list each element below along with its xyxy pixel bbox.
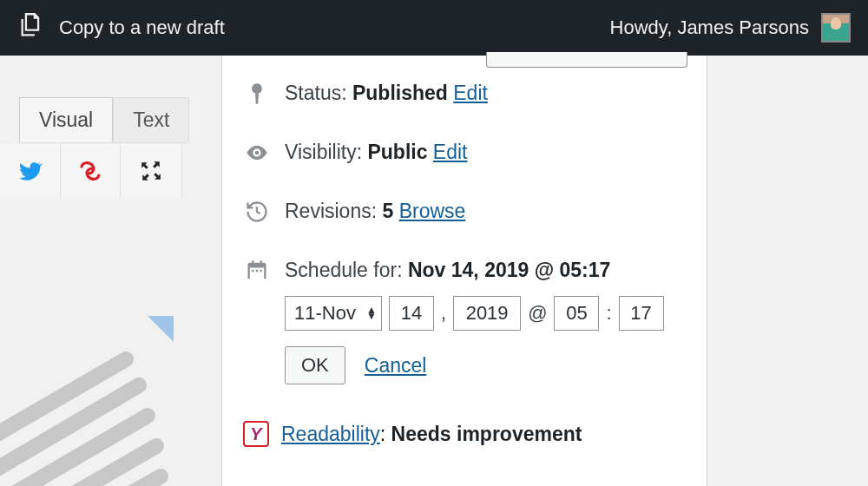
visibility-edit-link[interactable]: Edit — [433, 141, 468, 163]
schedule-year-input[interactable] — [453, 296, 521, 331]
history-icon — [243, 200, 271, 229]
preview-button-edge[interactable] — [486, 52, 687, 68]
editor-toolbar — [0, 144, 182, 198]
visibility-value: Public — [367, 141, 427, 163]
schedule-day-input[interactable] — [389, 296, 434, 331]
schedule-ok-button[interactable]: OK — [285, 346, 345, 384]
readability-link[interactable]: Readability — [281, 423, 380, 445]
readability-colon: : — [380, 423, 391, 445]
admin-bar-left: Copy to a new draft — [17, 10, 225, 45]
revisions-row: Revisions: 5 Browse — [243, 200, 686, 229]
admin-bar: Copy to a new draft Howdy, James Parsons — [0, 0, 868, 56]
eye-icon — [243, 141, 271, 170]
schedule-label: Schedule for: — [285, 259, 408, 281]
schedule-minute-input[interactable] — [619, 296, 664, 331]
revisions-browse-link[interactable]: Browse — [399, 200, 466, 222]
expand-icon[interactable] — [121, 144, 181, 198]
status-label: Status: — [285, 82, 352, 104]
avatar[interactable] — [821, 13, 851, 43]
visibility-row: Visibility: Public Edit — [243, 141, 686, 170]
schedule-hour-input[interactable] — [554, 296, 599, 331]
pin-icon — [243, 82, 271, 111]
editor-left-column: Visual Text — [0, 56, 187, 198]
status-value: Published — [352, 82, 448, 104]
twitter-icon[interactable] — [0, 144, 61, 198]
svg-line-5 — [0, 476, 161, 486]
decor-stripes — [0, 307, 191, 486]
svg-line-3 — [0, 416, 148, 486]
tab-visual[interactable]: Visual — [19, 97, 113, 142]
schedule-inputs: ▲▼ , @ : — [285, 296, 686, 331]
copy-icon — [17, 10, 47, 45]
calendar-icon — [243, 259, 271, 288]
copy-to-draft-link[interactable]: Copy to a new draft — [59, 16, 225, 39]
revisions-label: Revisions: — [285, 200, 382, 222]
comma-separator: , — [441, 302, 446, 325]
schedule-actions: OK Cancel — [285, 346, 686, 384]
schedule-cancel-link[interactable]: Cancel — [365, 354, 427, 378]
tab-text[interactable]: Text — [113, 97, 189, 142]
colon-separator: : — [606, 302, 611, 325]
at-separator: @ — [528, 302, 547, 325]
readability-row: Y Readability: Needs improvement — [243, 421, 686, 447]
status-edit-link[interactable]: Edit — [453, 82, 488, 104]
status-row: Status: Published Edit — [243, 82, 686, 111]
revisions-count: 5 — [382, 200, 393, 222]
schedule-row: Schedule for: Nov 14, 2019 @ 05:17 ▲▼ , … — [243, 259, 686, 384]
yoast-icon: Y — [243, 421, 269, 447]
svg-line-2 — [0, 385, 139, 472]
schedule-month-select[interactable] — [285, 296, 382, 331]
editor-tab-row: Visual Text — [19, 97, 187, 143]
schedule-display: Nov 14, 2019 @ 05:17 — [408, 259, 610, 281]
spin-icon[interactable] — [61, 144, 122, 198]
readability-value: Needs improvement — [391, 423, 582, 445]
admin-bar-right: Howdy, James Parsons — [610, 13, 851, 43]
svg-line-1 — [0, 359, 126, 437]
svg-line-4 — [0, 446, 156, 486]
publish-metabox: Status: Published Edit Visibility: Publi… — [221, 56, 707, 486]
greeting-text[interactable]: Howdy, James Parsons — [610, 16, 809, 39]
visibility-label: Visibility: — [285, 141, 367, 163]
svg-marker-0 — [148, 316, 174, 342]
